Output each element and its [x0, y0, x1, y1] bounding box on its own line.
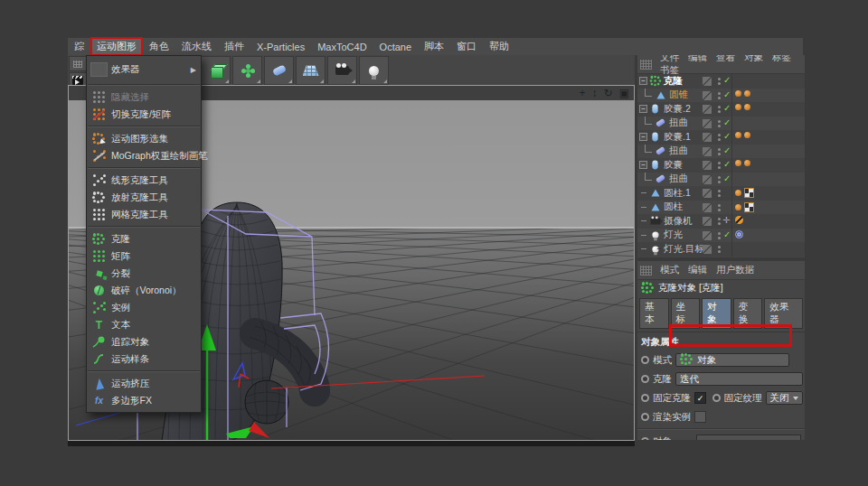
object-row-扭曲[interactable]: 扭曲✓: [637, 173, 805, 187]
layer-color-swatch[interactable]: [703, 161, 712, 170]
object-row-扭曲[interactable]: 扭曲✓: [637, 145, 805, 159]
menubar-item-window[interactable]: 窗口: [450, 38, 483, 55]
om-menu-文件[interactable]: 文件: [656, 55, 684, 62]
phong-tag-icon[interactable]: [735, 204, 741, 210]
panel-grip-icon[interactable]: [640, 266, 652, 276]
layer-color-swatch[interactable]: [703, 91, 712, 100]
visibility-dots-icon[interactable]: [718, 246, 721, 248]
visibility-dots-icon[interactable]: [718, 190, 721, 192]
object-row-灯光.目标.1[interactable]: 灯光.目标.1: [637, 242, 805, 257]
mograph-menu-item-mospline[interactable]: 运动样条: [87, 350, 201, 368]
menubar-item-help[interactable]: 帮助: [483, 38, 515, 55]
mode-animation-radio[interactable]: [641, 356, 649, 364]
menubar-item-octane[interactable]: Octane: [373, 40, 418, 54]
enabled-check-icon[interactable]: ✓: [723, 131, 731, 141]
mograph-menu-item-motion-extrude[interactable]: 运动挤压: [87, 375, 201, 392]
menubar-item-plugins[interactable]: 插件: [218, 38, 250, 55]
enabled-check-icon[interactable]: ✓: [723, 75, 731, 85]
mograph-menu-item-effector[interactable]: 效果器▶: [87, 58, 201, 81]
expand-toggle-icon[interactable]: −: [639, 133, 647, 141]
expand-toggle-icon[interactable]: −: [639, 161, 647, 169]
mograph-menu-item-linear-clone-tool[interactable]: 线形克隆工具: [87, 172, 201, 189]
object-link-animation-radio[interactable]: [641, 437, 649, 440]
expand-toggle-icon[interactable]: −: [639, 77, 647, 85]
mograph-menu-item-mograph-selection[interactable]: 运动图形选集: [87, 130, 201, 147]
visibility-dots-icon[interactable]: [718, 176, 721, 179]
clones-dropdown[interactable]: 迭代: [675, 372, 803, 386]
fix-clone-checkbox[interactable]: ✓: [694, 392, 706, 404]
phong-tag-icon[interactable]: [744, 104, 750, 110]
target-tag-icon[interactable]: [735, 230, 743, 238]
mograph-menu-item-swap-clone-matrix[interactable]: 切换克隆/矩阵: [87, 106, 201, 123]
visibility-dots-icon[interactable]: [718, 134, 721, 136]
toolbar-camera-icon[interactable]: [327, 56, 357, 85]
menubar-item-script[interactable]: 脚本: [418, 38, 450, 55]
visibility-dots-icon[interactable]: [718, 92, 721, 95]
object-row-圆柱[interactable]: 圆柱: [637, 201, 805, 215]
mograph-menu-item-tracer[interactable]: 追踪对象: [87, 333, 201, 350]
render-instances-checkbox[interactable]: [694, 411, 706, 423]
enabled-check-icon[interactable]: ✓: [723, 229, 731, 239]
menubar-item-maxtoc4d[interactable]: MaxToC4D: [311, 40, 373, 54]
menubar-item-tracking-partial[interactable]: 踪: [68, 38, 90, 55]
grip-handle-icon[interactable]: [69, 56, 87, 71]
expand-toggle-icon[interactable]: −: [639, 105, 647, 113]
object-row-灯光[interactable]: 灯光✓: [637, 229, 805, 243]
object-row-圆锥[interactable]: 圆锥✓: [637, 89, 805, 103]
layer-color-swatch[interactable]: [703, 189, 712, 198]
menubar-item-pipeline[interactable]: 流水线: [175, 38, 218, 55]
om-menu-编辑[interactable]: 编辑: [684, 55, 712, 62]
layer-color-swatch[interactable]: [703, 203, 712, 212]
fix-texture-dropdown[interactable]: 关闭: [766, 391, 803, 405]
mograph-menu-item-weight-paintbrush[interactable]: MoGraph权重绘制画笔: [87, 147, 201, 164]
toolbar-deformer-icon[interactable]: [264, 56, 294, 85]
toolbar-light-icon[interactable]: [359, 56, 389, 85]
visibility-dots-icon[interactable]: [718, 106, 721, 108]
object-row-圆柱.1[interactable]: 圆柱.1: [637, 186, 805, 201]
layer-color-swatch[interactable]: [703, 147, 712, 156]
render-instances-animation-radio[interactable]: [641, 413, 649, 421]
object-row-胶囊.1[interactable]: −胶囊.1✓: [637, 130, 805, 145]
camera-link-icon[interactable]: ✛: [722, 215, 730, 225]
texture-tag-icon[interactable]: [744, 202, 754, 212]
layer-color-swatch[interactable]: [703, 105, 712, 114]
mograph-menu-item-polyfx[interactable]: fx多边形FX: [87, 392, 201, 409]
layer-color-swatch[interactable]: [703, 245, 712, 254]
layer-color-swatch[interactable]: [703, 133, 712, 142]
toolbar-mograph-object-icon[interactable]: [232, 56, 262, 85]
mograph-menu-item-voronoi-fracture[interactable]: 破碎（Voronoi）: [87, 282, 201, 299]
mograph-menu-item-matrix[interactable]: 矩阵: [87, 248, 201, 265]
mograph-menu-item-text[interactable]: T文本: [87, 316, 201, 333]
layer-color-swatch[interactable]: [703, 175, 712, 184]
enabled-check-icon[interactable]: ✓: [723, 89, 731, 99]
layer-color-swatch[interactable]: [703, 119, 712, 128]
menubar-item-x-particles[interactable]: X-Particles: [250, 40, 311, 54]
phong-tag-icon[interactable]: [744, 90, 750, 97]
phong-tag-icon[interactable]: [735, 104, 741, 110]
layer-color-swatch[interactable]: [703, 217, 712, 226]
phong-tag-icon[interactable]: [735, 160, 741, 166]
mograph-menu-item-radial-clone-tool[interactable]: 放射克隆工具: [87, 189, 201, 206]
phong-tag-icon[interactable]: [744, 132, 750, 138]
mograph-menu-item-hide-selection[interactable]: 隐藏选择: [87, 89, 201, 106]
am-menu-编辑[interactable]: 编辑: [684, 264, 712, 275]
mode-dropdown[interactable]: 对象: [675, 353, 789, 367]
menubar-item-character[interactable]: 角色: [143, 38, 175, 55]
toolbar-environment-floor-icon[interactable]: [296, 56, 326, 85]
layer-color-swatch[interactable]: [703, 231, 712, 240]
visibility-dots-icon[interactable]: [718, 78, 721, 80]
object-row-扭曲[interactable]: 扭曲✓: [637, 117, 805, 131]
enabled-check-icon[interactable]: ✓: [723, 145, 731, 155]
fix-texture-animation-radio[interactable]: [712, 394, 721, 402]
phong-tag-icon[interactable]: [735, 190, 741, 196]
enabled-check-icon[interactable]: ✓: [723, 103, 731, 113]
object-row-胶囊.2[interactable]: −胶囊.2✓: [637, 102, 805, 117]
menubar-item-mograph[interactable]: 运动图形: [90, 37, 143, 56]
toggle-view-icon[interactable]: ▣: [619, 86, 629, 100]
zoom-view-icon[interactable]: ↕: [592, 86, 598, 100]
am-menu-用户数据[interactable]: 用户数据: [712, 264, 759, 275]
visibility-dots-icon[interactable]: [718, 232, 721, 235]
object-link-field[interactable]: [696, 435, 801, 440]
visibility-dots-icon[interactable]: [718, 120, 721, 123]
mograph-menu-item-instance[interactable]: 实例: [87, 299, 201, 316]
